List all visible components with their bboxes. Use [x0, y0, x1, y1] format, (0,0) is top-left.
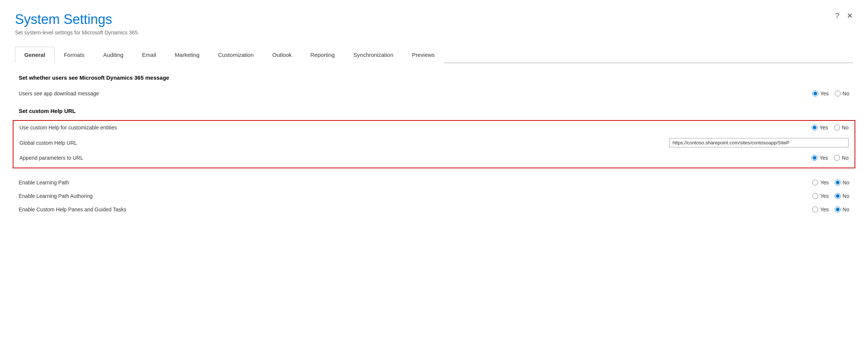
- setting-label-custom-help: Use custom Help for customizable entitie…: [19, 125, 751, 131]
- radio-append-params-yes[interactable]: Yes: [812, 155, 828, 161]
- radio-label-yes-lpa: Yes: [820, 193, 829, 199]
- setting-control-append-params: Yes No: [751, 155, 849, 161]
- setting-label-app-download: Users see app download message: [19, 91, 752, 97]
- tab-synchronization[interactable]: Synchronization: [344, 47, 403, 63]
- radio-label-no-chp: No: [843, 206, 849, 212]
- setting-label-custom-help-panes: Enable Custom Help Panes and Guided Task…: [19, 206, 752, 212]
- system-settings-dialog: System Settings Set system-level setting…: [0, 0, 868, 343]
- radio-label-no-lpa: No: [843, 193, 849, 199]
- setting-label-enable-learning-path: Enable Learning Path: [19, 180, 752, 186]
- radio-input-app-download-yes[interactable]: [812, 91, 818, 97]
- tab-outlook[interactable]: Outlook: [263, 47, 301, 63]
- setting-row-app-download: Users see app download message Yes No: [19, 87, 849, 100]
- tab-marketing[interactable]: Marketing: [166, 47, 209, 63]
- close-button[interactable]: ✕: [847, 11, 853, 20]
- tab-bar: General Formats Auditing Email Marketing…: [15, 47, 853, 63]
- tab-formats[interactable]: Formats: [55, 47, 94, 63]
- radio-label-no-lp: No: [843, 180, 849, 186]
- help-url-outlined-section: Use custom Help for customizable entitie…: [13, 120, 855, 168]
- tab-previews[interactable]: Previews: [403, 47, 444, 63]
- setting-row-custom-help-panes: Enable Custom Help Panes and Guided Task…: [19, 203, 849, 216]
- tab-reporting[interactable]: Reporting: [301, 47, 344, 63]
- setting-control-learning-path-authoring: Yes No: [752, 193, 849, 199]
- message-section-title: Set whether users see Microsoft Dynamics…: [19, 74, 849, 81]
- radio-learning-path-no[interactable]: No: [835, 180, 849, 186]
- setting-row-custom-help: Use custom Help for customizable entitie…: [19, 121, 849, 134]
- setting-label-global-help-url: Global custom Help URL: [19, 140, 669, 146]
- radio-input-append-params-yes[interactable]: [812, 155, 818, 161]
- radio-append-params-no[interactable]: No: [834, 155, 849, 161]
- setting-label-learning-path-authoring: Enable Learning Path Authoring: [19, 193, 752, 199]
- radio-input-learning-path-no[interactable]: [835, 180, 841, 186]
- dialog-subtitle: Set system-level settings for Microsoft …: [15, 30, 139, 36]
- dialog-header: System Settings Set system-level setting…: [15, 11, 853, 36]
- radio-input-lp-authoring-yes[interactable]: [812, 193, 818, 199]
- radio-label-no-custom-help: No: [842, 125, 849, 131]
- radio-learning-path-yes[interactable]: Yes: [812, 180, 829, 186]
- radio-label-no-append: No: [842, 155, 849, 161]
- setting-control-app-download: Yes No: [752, 91, 849, 97]
- setting-row-enable-learning-path: Enable Learning Path Yes No: [19, 176, 849, 189]
- setting-control-global-help-url: [669, 138, 849, 147]
- radio-input-chp-no[interactable]: [835, 206, 841, 212]
- dialog-action-buttons: ? ✕: [835, 11, 853, 20]
- radio-app-download-yes[interactable]: Yes: [812, 91, 829, 97]
- setting-label-append-params: Append parameters to URL: [19, 155, 751, 161]
- radio-lp-authoring-yes[interactable]: Yes: [812, 193, 829, 199]
- radio-input-learning-path-yes[interactable]: [812, 180, 818, 186]
- setting-row-global-help-url: Global custom Help URL: [19, 134, 849, 151]
- dialog-title: System Settings: [15, 11, 139, 27]
- setting-control-enable-learning-path: Yes No: [752, 180, 849, 186]
- help-button[interactable]: ?: [835, 12, 839, 20]
- radio-input-lp-authoring-no[interactable]: [835, 193, 841, 199]
- radio-input-chp-yes[interactable]: [812, 206, 818, 212]
- radio-custom-help-yes[interactable]: Yes: [812, 125, 828, 131]
- radio-chp-yes[interactable]: Yes: [812, 206, 829, 212]
- tab-content: Set whether users see Microsoft Dynamics…: [15, 74, 853, 216]
- radio-label-yes-lp: Yes: [820, 180, 829, 186]
- setting-control-custom-help-panes: Yes No: [752, 206, 849, 212]
- setting-row-learning-path-authoring: Enable Learning Path Authoring Yes No: [19, 189, 849, 203]
- tab-email[interactable]: Email: [133, 47, 166, 63]
- help-url-section-title: Set custom Help URL: [19, 108, 849, 114]
- radio-chp-no[interactable]: No: [835, 206, 849, 212]
- setting-row-append-params: Append parameters to URL Yes No: [19, 151, 849, 165]
- radio-input-append-params-no[interactable]: [834, 155, 840, 161]
- learning-section: Enable Learning Path Yes No Enable Learn…: [19, 176, 849, 216]
- radio-label-yes-custom-help: Yes: [819, 125, 828, 131]
- tab-auditing[interactable]: Auditing: [94, 47, 133, 63]
- radio-label-no: No: [843, 91, 849, 97]
- setting-control-custom-help: Yes No: [751, 125, 849, 131]
- tab-customization[interactable]: Customization: [209, 47, 263, 63]
- radio-input-app-download-no[interactable]: [835, 91, 841, 97]
- radio-app-download-no[interactable]: No: [835, 91, 849, 97]
- title-area: System Settings Set system-level setting…: [15, 11, 139, 36]
- radio-label-yes: Yes: [820, 91, 829, 97]
- radio-label-yes-append: Yes: [819, 155, 828, 161]
- radio-label-yes-chp: Yes: [820, 206, 829, 212]
- global-help-url-input[interactable]: [669, 138, 849, 147]
- radio-custom-help-no[interactable]: No: [834, 125, 849, 131]
- tab-general[interactable]: General: [15, 47, 55, 63]
- radio-input-custom-help-yes[interactable]: [812, 125, 818, 131]
- radio-input-custom-help-no[interactable]: [834, 125, 840, 131]
- radio-lp-authoring-no[interactable]: No: [835, 193, 849, 199]
